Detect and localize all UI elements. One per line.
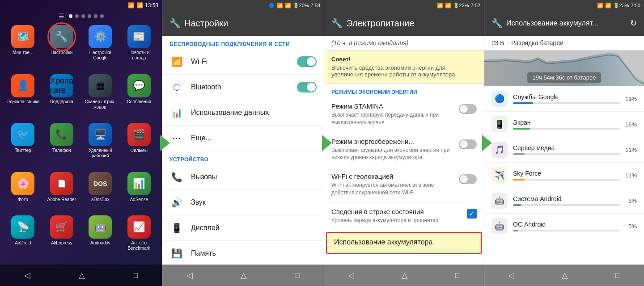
app-adsense[interactable]: 📊 AdSense — [122, 172, 157, 212]
settings-data-item[interactable]: 📊 Использование данных — [162, 100, 324, 126]
wifi-geo-toggle[interactable] — [459, 174, 477, 184]
app-messages[interactable]: 💬 Сообщения — [122, 74, 157, 120]
app-grid: 🗺️ Мои тре... 🔧 Настройки ⚙️ Настройки G… — [0, 21, 162, 265]
arrow-to-settings — [160, 135, 170, 151]
pager-dot-1[interactable] — [69, 14, 72, 18]
app-google-settings[interactable]: ⚙️ Настройки Google — [83, 25, 118, 71]
settings-wifi-icon: 📶 — [277, 3, 283, 8]
settings-recent-button[interactable]: □ — [295, 271, 300, 280]
power-wifi-icon: 📶 — [437, 3, 443, 8]
android-system-bar-container — [513, 204, 620, 206]
android-system-info: Система Android — [513, 195, 620, 206]
settings-wifi-item[interactable]: 📶 Wi-Fi — [162, 49, 324, 75]
battery-item-google-services[interactable]: 🔵 Службы Google 19% — [484, 86, 644, 112]
app-label-twitter: Твиттер — [15, 148, 31, 153]
home-signal-icon: 📶 — [136, 2, 143, 8]
app-movies[interactable]: 🎬 Фильмы — [122, 123, 157, 168]
app-label-adobe: Adobe Reader — [47, 197, 76, 202]
status-bar-desc: Уровень заряда аккумулятора в процентах — [331, 217, 463, 224]
settings-memory-item[interactable]: 💾 Память — [162, 241, 324, 265]
home-time: 13:58 — [145, 2, 158, 8]
battery-list: 🔵 Службы Google 19% 📱 Экран 16% — [484, 86, 644, 265]
android-system-pct: 8% — [623, 198, 637, 204]
app-dosbox[interactable]: DOS aDosBox — [83, 172, 118, 212]
app-androidify[interactable]: 🤖 Androidify — [83, 215, 118, 261]
google-services-info: Службы Google — [513, 93, 620, 104]
recent-button[interactable]: □ — [133, 271, 138, 280]
battery-header-icon: 🔧 — [491, 18, 503, 29]
settings-home-button[interactable]: △ — [241, 270, 247, 280]
settings-title: Настройки — [184, 18, 228, 29]
power-wifi-geo-item[interactable]: Wi-Fi с геолокацией Wi-Fi активируется а… — [324, 167, 484, 202]
pager-dot-5[interactable] — [94, 14, 97, 18]
app-airdroid[interactable]: 📡 AirDroid — [5, 215, 41, 261]
settings-calls-item[interactable]: 📞 Вызовы — [162, 164, 324, 190]
power-stamina-item[interactable]: Режим STAMINA Выключает фоновую передачу… — [324, 97, 484, 132]
wifi-geo-desc: Wi-Fi активируется автоматически в зоне … — [331, 181, 455, 197]
battery-item-media-server[interactable]: 🎵 Сервер медиа 11% — [484, 137, 644, 163]
app-remote[interactable]: 🖥️ Удаленный рабочий — [83, 123, 118, 168]
sky-force-name: Sky Force — [513, 170, 620, 177]
google-services-name: Службы Google — [513, 93, 620, 101]
battery-item-screen[interactable]: 📱 Экран 16% — [484, 112, 644, 137]
pager-dot-3[interactable] — [81, 14, 85, 18]
battery-item-sky-force[interactable]: ✈️ Sky Force 11% — [484, 163, 644, 188]
app-settings[interactable]: 🔧 Настройки — [44, 25, 80, 71]
power-home-button[interactable]: △ — [402, 270, 408, 280]
app-adobe[interactable]: 📄 Adobe Reader — [44, 172, 80, 212]
app-icon-aliexpress: 🛒 — [50, 215, 73, 239]
battery-back-button[interactable]: ◁ — [508, 270, 514, 280]
media-server-info: Сервер медиа — [513, 144, 620, 155]
more-icon: ⋯ — [169, 131, 184, 145]
screen-pct: 16% — [623, 121, 637, 128]
settings-header-icon: 🔧 — [169, 18, 181, 29]
battery-refresh-button[interactable]: ↻ — [630, 18, 637, 28]
power-note-title: Совет! — [331, 56, 477, 63]
app-label-dosbox: aDosBox — [91, 197, 110, 202]
app-icon-barcode: ▦ — [89, 74, 112, 97]
screen-icon: 📱 — [491, 116, 508, 132]
app-photos[interactable]: 🌸 Фото — [5, 172, 41, 212]
app-label-airdroid: AirDroid — [15, 240, 31, 246]
data-icon: 📊 — [169, 105, 184, 120]
status-bar-checkbox[interactable]: ✓ — [467, 209, 477, 219]
sky-force-info: Sky Force — [513, 170, 620, 181]
app-barcode[interactable]: ▦ Сканер штрих-кодов — [83, 74, 118, 120]
os-android-icon: 🤖 — [491, 218, 508, 234]
stamina-toggle[interactable] — [459, 104, 477, 114]
battery-home-button[interactable]: △ — [562, 270, 568, 280]
app-icon-adobe: 📄 — [50, 172, 73, 195]
settings-bluetooth-item[interactable]: ⬡ Bluetooth — [162, 75, 324, 100]
power-status-bar-item[interactable]: Сведения в строке состояния Уровень заря… — [324, 202, 484, 230]
app-twitter[interactable]: 🐦 Твиттер — [5, 123, 41, 168]
app-my-tracks[interactable]: 🗺️ Мои тре... — [5, 25, 41, 71]
app-support[interactable]: Xperiacare Поддержка — [44, 74, 80, 120]
power-back-button[interactable]: ◁ — [348, 270, 354, 280]
settings-more-item[interactable]: ⋯ Еще... — [162, 126, 324, 151]
app-phone[interactable]: 📞 Телефон — [44, 123, 80, 168]
power-recent-button[interactable]: □ — [455, 271, 460, 280]
app-icon-settings: 🔧 — [50, 25, 73, 48]
wifi-toggle[interactable] — [297, 56, 317, 67]
settings-back-button[interactable]: ◁ — [186, 270, 193, 280]
battery-item-android-system[interactable]: 🤖 Система Android 8% — [484, 188, 644, 214]
settings-sound-item[interactable]: 🔊 Звук — [162, 190, 324, 215]
battery-usage-item[interactable]: Использование аккумулятора — [326, 232, 482, 254]
pager-dot-6[interactable] — [100, 14, 104, 18]
energy-toggle[interactable] — [459, 139, 477, 149]
battery-recent-button[interactable]: □ — [615, 271, 620, 280]
app-odnoklassniki[interactable]: 👤 Одноклассн ики — [5, 74, 41, 120]
home-screen-panel: 📶 📶 13:58 ☰ 🗺️ Мои тре... 🔧 Настройки — [0, 0, 162, 286]
app-antutu[interactable]: 📈 AnTuTu Benchmark — [122, 215, 157, 261]
app-news[interactable]: 📰 Новости и погода — [122, 25, 157, 71]
home-button[interactable]: △ — [79, 270, 85, 280]
pager-dot-4[interactable] — [88, 14, 91, 18]
app-aliexpress[interactable]: 🛒 AliExpress — [44, 215, 80, 261]
pager-dot-2[interactable] — [75, 14, 79, 18]
google-services-pct: 19% — [623, 96, 637, 102]
settings-display-item[interactable]: 📱 Дисплей — [162, 215, 324, 241]
power-energy-item[interactable]: Режим энергосбережени... Выключает функц… — [324, 132, 484, 168]
back-button[interactable]: ◁ — [24, 270, 30, 280]
bluetooth-toggle[interactable] — [297, 82, 317, 93]
battery-item-os-android[interactable]: 🤖 ОС Android 5% — [484, 214, 644, 239]
